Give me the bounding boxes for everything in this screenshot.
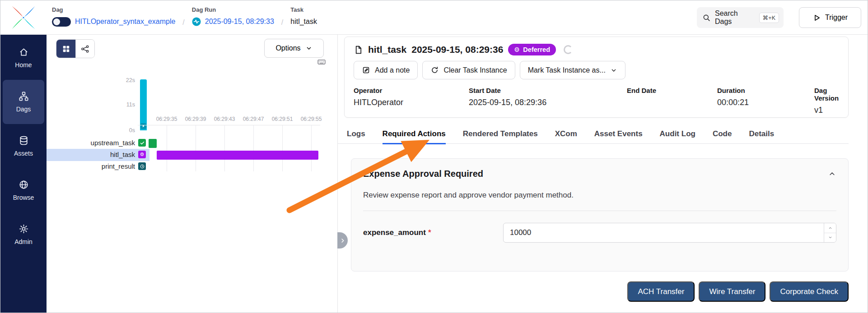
gantt-bar-hitl-task[interactable]: [157, 151, 318, 160]
divider: [363, 211, 836, 211]
meta-label: Operator: [354, 87, 469, 94]
breadcrumb-separator: /: [281, 18, 283, 27]
tab-required-actions[interactable]: Required Actions: [383, 125, 446, 144]
sidebar-item-home[interactable]: Home: [3, 36, 44, 80]
gantt-row-label-upstream-task[interactable]: upstream_task: [67, 138, 135, 148]
chevron-down-icon: [828, 235, 833, 239]
loading-spinner: [564, 45, 573, 54]
sidebar-item-browse[interactable]: Browse: [3, 168, 44, 212]
airflow-logo-icon[interactable]: [11, 5, 36, 30]
task-metadata-row: Operator HITLOperator Start Date 2025-09…: [354, 87, 839, 115]
browse-globe-icon: [19, 180, 29, 190]
tab-rendered-templates[interactable]: Rendered Templates: [463, 125, 538, 144]
breadcrumb: Dag HITLOperator_syntax_example / Dag Ru…: [52, 6, 317, 27]
panel-collapse-handle[interactable]: [337, 232, 348, 249]
chevron-down-icon: [610, 67, 617, 74]
expense-amount-label: expense_amount*: [363, 228, 503, 237]
task-instance-header: hitl_task 2025-09-15, 08:29:36 ⚙ Deferre…: [354, 43, 839, 56]
gantt-row-label-print-result[interactable]: print_result: [67, 161, 135, 171]
search-icon: [702, 14, 711, 22]
corporate-check-button[interactable]: Corporate Check: [770, 281, 849, 302]
meta-label: Duration: [717, 87, 814, 94]
task-state-scheduled-icon[interactable]: [138, 162, 146, 170]
toggle-knob: [53, 18, 60, 25]
gantt-gridline: [282, 125, 283, 171]
keyboard-shortcuts-button[interactable]: [316, 57, 327, 68]
gantt-bar-upstream-task[interactable]: [149, 139, 157, 148]
dag-pause-toggle[interactable]: [52, 17, 71, 27]
dag-run-link[interactable]: 2025-09-15, 08:29:33: [205, 18, 274, 26]
approval-action-buttons: ACH Transfer Wire Transfer Corporate Che…: [338, 281, 849, 302]
chevron-down-icon: [305, 45, 313, 52]
ach-transfer-button[interactable]: ACH Transfer: [627, 281, 695, 302]
chevron-up-icon: [828, 226, 833, 230]
graph-view-button[interactable]: [75, 40, 94, 58]
tab-asset-events[interactable]: Asset Events: [594, 125, 643, 144]
task-action-buttons: Add a note Clear Task Instance Mark Task…: [354, 61, 839, 79]
tab-xcom[interactable]: XCom: [555, 125, 577, 144]
expense-amount-input[interactable]: [503, 223, 836, 243]
gantt-axis-line: [138, 125, 320, 125]
search-dags-box[interactable]: Search Dags ⌘+K: [697, 7, 784, 28]
trigger-label: Trigger: [825, 14, 848, 22]
mark-task-instance-as-label: Mark Task Instance as...: [528, 66, 606, 74]
stepper-down-button[interactable]: [824, 233, 836, 243]
sidebar-item-admin[interactable]: Admin: [3, 212, 44, 257]
gantt-xtick: 06:29:35: [151, 116, 182, 122]
options-button[interactable]: Options: [264, 39, 324, 58]
gantt-xtick: 06:29:39: [180, 116, 211, 122]
dag-run-crumb-label: Dag Run: [192, 6, 274, 13]
stepper-up-button[interactable]: [824, 223, 836, 233]
dag-crumb-label: Dag: [52, 6, 175, 13]
wire-transfer-button[interactable]: Wire Transfer: [699, 281, 765, 302]
breadcrumb-dag: Dag HITLOperator_syntax_example: [52, 6, 175, 27]
gantt-xtick: 06:29:55: [295, 116, 327, 122]
task-state-success-icon[interactable]: [138, 139, 146, 147]
options-label: Options: [275, 44, 300, 52]
breadcrumb-separator: /: [182, 18, 184, 27]
sidebar-item-label: Browse: [13, 194, 34, 201]
add-note-button[interactable]: Add a note: [354, 61, 418, 79]
tab-details[interactable]: Details: [749, 125, 774, 144]
task-instance-panel: hitl_task 2025-09-15, 08:29:36 ⚙ Deferre…: [337, 35, 868, 313]
grid-view-button[interactable]: [56, 40, 75, 58]
clock-icon: [140, 164, 145, 169]
approval-card-title: Expense Approval Required: [363, 169, 483, 179]
trigger-button[interactable]: Trigger: [799, 7, 861, 28]
search-shortcut-hint: ⌘+K: [759, 13, 779, 23]
breadcrumb-dag-run: Dag Run 2025-09-15, 08:29:33: [192, 6, 274, 27]
meta-label: Dag Version: [814, 87, 839, 102]
tab-logs[interactable]: Logs: [347, 125, 365, 144]
gantt-ytick: 11s: [115, 101, 135, 108]
meta-operator: Operator HITLOperator: [354, 87, 469, 115]
task-state-deferred-icon[interactable]: ⚙: [138, 151, 146, 158]
gantt-row-label-hitl-task[interactable]: hitl_task: [67, 150, 135, 160]
dags-icon: [19, 91, 29, 101]
view-toggle-group: [56, 39, 95, 58]
gantt-xtick: 06:29:51: [266, 116, 298, 122]
meta-dag-version: Dag Version v1: [814, 87, 839, 115]
chevron-right-icon: [340, 238, 345, 244]
note-icon: [362, 66, 370, 74]
tab-code[interactable]: Code: [713, 125, 732, 144]
clear-task-instance-button[interactable]: Clear Task Instance: [422, 61, 515, 79]
task-instance-card: hitl_task 2025-09-15, 08:29:36 ⚙ Deferre…: [344, 37, 849, 118]
task-tabs: Logs Required Actions Rendered Templates…: [338, 125, 849, 144]
gantt-xtick: 06:29:47: [238, 116, 269, 122]
meta-value: HITLOperator: [354, 98, 469, 107]
top-bar: Dag HITLOperator_syntax_example / Dag Ru…: [0, 0, 868, 35]
airflow-app: Dag HITLOperator_syntax_example / Dag Ru…: [0, 0, 868, 313]
field-label-text: expense_amount: [363, 228, 426, 237]
mark-task-instance-as-button[interactable]: Mark Task Instance as...: [520, 61, 625, 79]
required-marker: *: [428, 228, 431, 237]
sidebar-item-label: Dags: [16, 106, 31, 113]
dag-name-link[interactable]: HITLOperator_syntax_example: [75, 18, 175, 26]
sidebar-item-dags[interactable]: Dags: [3, 80, 44, 124]
chevron-up-icon[interactable]: [828, 170, 836, 178]
sidebar: Home Dags Assets Browse: [0, 35, 47, 313]
tab-audit-log[interactable]: Audit Log: [660, 125, 695, 144]
sidebar-item-assets[interactable]: Assets: [3, 124, 44, 168]
number-stepper: [824, 223, 836, 242]
clear-task-instance-label: Clear Task Instance: [443, 66, 507, 74]
meta-start-date: Start Date 2025-09-15, 08:29:36: [469, 87, 627, 115]
